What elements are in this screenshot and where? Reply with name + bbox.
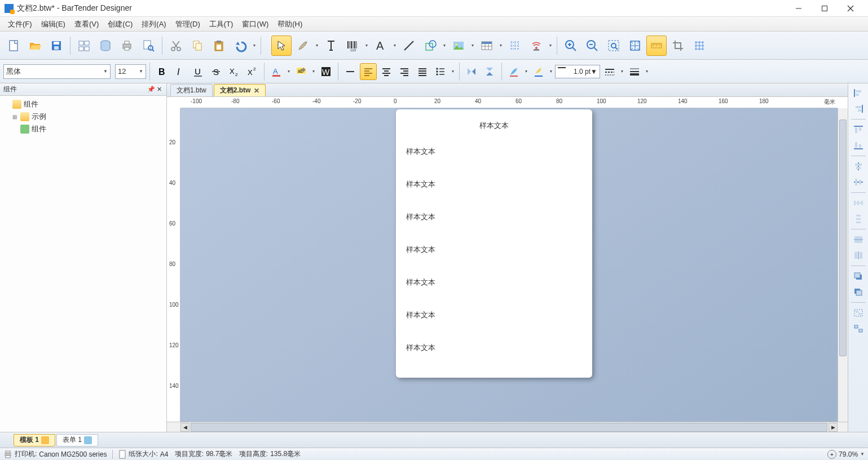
sample-text-5[interactable]: 样本文本 [406, 277, 582, 288]
shape-dropdown[interactable]: ▾ [442, 43, 447, 48]
align-justify-button[interactable] [414, 63, 431, 80]
group-button[interactable] [850, 306, 867, 320]
sample-text-3[interactable]: 样本文本 [406, 212, 582, 222]
text-tool[interactable] [321, 36, 341, 56]
menu-view[interactable]: 查看(V) [70, 17, 103, 31]
zoom-fit-button[interactable] [625, 36, 645, 56]
shape-tool[interactable] [420, 36, 440, 56]
menu-edit[interactable]: 编辑(E) [37, 17, 70, 31]
fill-color-dropdown[interactable]: ▾ [523, 69, 529, 74]
menu-help[interactable]: 帮助(H) [273, 17, 307, 31]
sample-text-2[interactable]: 样本文本 [406, 179, 582, 189]
rfid-tool[interactable] [526, 36, 547, 56]
maximize-button[interactable] [812, 0, 838, 17]
line-style-button[interactable] [626, 63, 643, 80]
bold-button[interactable]: B [153, 63, 170, 80]
font-color-dropdown[interactable]: ▾ [286, 69, 292, 74]
zoom-out-button[interactable] [582, 36, 602, 56]
horizontal-scrollbar[interactable]: ◀ ▶ [180, 422, 838, 432]
grid-toggle[interactable] [689, 36, 710, 56]
undo-dropdown[interactable]: ▾ [252, 43, 257, 48]
menu-manage[interactable]: 管理(D) [171, 17, 205, 31]
align-center-button[interactable] [378, 63, 395, 80]
pointer-tool[interactable] [271, 36, 292, 56]
tree-component[interactable]: 组件 [3, 123, 163, 135]
dash-style-button[interactable] [601, 63, 618, 80]
doc-tab-2[interactable]: 文档2.btw✕ [214, 84, 266, 96]
list-button[interactable] [432, 63, 449, 80]
picture-tool[interactable] [448, 36, 469, 56]
line-style-dropdown[interactable]: ▾ [644, 69, 650, 74]
barcode-dropdown[interactable]: ▾ [364, 43, 369, 48]
undo-button[interactable] [230, 36, 250, 56]
line-weight-combo[interactable]: 1.0 pt▼ [555, 65, 600, 78]
h-scroll-right[interactable]: ▶ [829, 423, 838, 432]
align-top-objects[interactable] [850, 122, 867, 137]
italic-button[interactable]: I [171, 63, 188, 80]
sample-text-1[interactable]: 样本文本 [406, 147, 582, 157]
new-button[interactable] [3, 36, 24, 56]
copy-button[interactable] [187, 36, 208, 56]
pin-icon[interactable]: 📌 [147, 86, 155, 93]
status-printer[interactable]: 打印机: Canon MG2500 series [3, 449, 107, 459]
send-back[interactable] [850, 285, 867, 299]
templates-button[interactable] [74, 36, 94, 56]
barcode-tool[interactable]: 123 [342, 36, 363, 56]
superscript-button[interactable]: X2 [244, 63, 261, 80]
highlight-button[interactable]: ab [293, 63, 310, 80]
brush-tool[interactable] [293, 36, 313, 56]
text-object-tool[interactable]: A [371, 36, 391, 56]
font-size-combo[interactable]: 12▼ [115, 64, 146, 79]
hr-button[interactable] [342, 63, 359, 80]
close-panel-icon[interactable]: ✕ [155, 86, 163, 93]
vertical-ruler[interactable]: 20406080100120140 [167, 108, 180, 422]
v-scroll-thumb[interactable] [839, 120, 847, 356]
grid-tool[interactable] [505, 36, 525, 56]
picture-dropdown[interactable]: ▾ [470, 43, 475, 48]
align-right-button[interactable] [396, 63, 413, 80]
same-width[interactable] [850, 232, 867, 247]
menu-create[interactable]: 创建(C) [103, 17, 137, 31]
strikethrough-button[interactable]: S [208, 63, 224, 80]
save-button[interactable] [46, 36, 67, 56]
close-button[interactable] [838, 0, 863, 17]
vertical-scrollbar[interactable] [838, 108, 848, 422]
sample-text-title[interactable]: 样本文本 [406, 121, 582, 131]
align-center-h[interactable] [850, 159, 867, 174]
table-dropdown[interactable]: ▾ [498, 43, 504, 48]
text-object-dropdown[interactable]: ▾ [392, 43, 398, 48]
status-paper[interactable]: 纸张大小: A4 项目宽度: 98.7毫米 项目高度: 135.8毫米 [118, 449, 301, 459]
table-tool[interactable] [477, 36, 497, 56]
crop-button[interactable] [668, 36, 688, 56]
sample-text-7[interactable]: 样本文本 [406, 343, 582, 353]
close-tab-icon[interactable]: ✕ [254, 87, 259, 95]
print-button[interactable] [117, 36, 137, 56]
underline-button[interactable]: U [190, 63, 206, 80]
rfid-dropdown[interactable]: ▾ [548, 43, 553, 48]
open-button[interactable] [25, 36, 45, 56]
line-tool[interactable] [399, 36, 419, 56]
menu-arrange[interactable]: 排列(A) [137, 17, 170, 31]
cut-button[interactable] [166, 36, 186, 56]
database-button[interactable] [95, 36, 116, 56]
template-tab[interactable]: 模板 1 [14, 434, 55, 446]
horizontal-ruler[interactable]: 毫米 -100-80-60-40-20020406080100120140160… [180, 97, 838, 108]
label-page[interactable]: 样本文本 样本文本 样本文本 样本文本 样本文本 样本文本 样本文本 样本文本 [396, 109, 592, 378]
menu-window[interactable]: 窗口(W) [237, 17, 273, 31]
ruler-toggle[interactable] [646, 36, 667, 56]
canvas[interactable]: 样本文本 样本文本 样本文本 样本文本 样本文本 样本文本 样本文本 样本文本 [180, 108, 838, 422]
list-dropdown[interactable]: ▾ [450, 69, 456, 74]
flip-v-button[interactable] [481, 63, 498, 80]
brush-dropdown[interactable]: ▾ [314, 43, 320, 48]
line-color-dropdown[interactable]: ▾ [548, 69, 554, 74]
subscript-button[interactable]: X2 [226, 63, 243, 80]
same-height[interactable] [850, 248, 867, 263]
bring-front[interactable] [850, 269, 867, 284]
h-scroll-thumb[interactable] [191, 423, 827, 432]
h-scroll-left[interactable]: ◀ [180, 423, 190, 432]
align-bottom-objects[interactable] [850, 138, 867, 153]
flip-h-button[interactable] [463, 63, 480, 80]
distribute-h[interactable] [850, 196, 867, 210]
font-family-combo[interactable]: 黑体▼ [3, 64, 111, 79]
align-left-button[interactable] [360, 63, 377, 80]
